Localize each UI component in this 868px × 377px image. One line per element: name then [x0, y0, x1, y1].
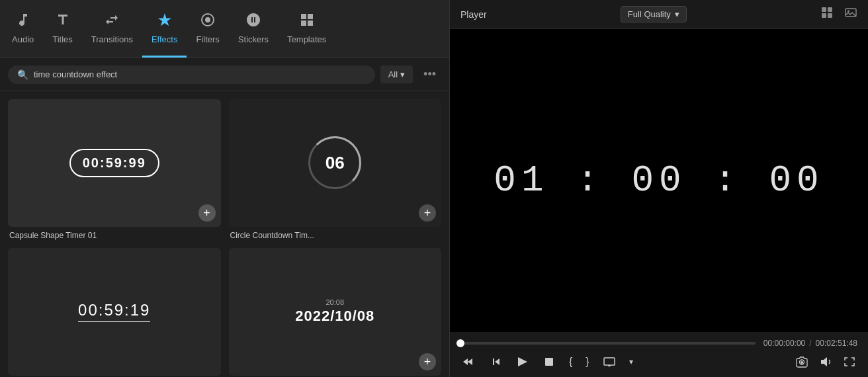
- nav-item-filters[interactable]: Filters: [187, 0, 228, 58]
- effects-grid: 00:59:99 + Capsule Shape Timer 01 06 + C…: [0, 91, 449, 377]
- volume-button[interactable]: [818, 354, 834, 370]
- animated-timer-display: 20:08 2022/10/08: [295, 298, 374, 325]
- progress-bar-row: 00:00:00:00 / 00:02:51:48: [460, 339, 857, 348]
- nav-label-stickers: Stickers: [238, 34, 269, 44]
- right-panel: Player Full Quality ▾: [450, 0, 868, 377]
- search-bar: 🔍 All ▾ •••: [0, 58, 449, 91]
- mark-in-button[interactable]: {: [568, 355, 574, 369]
- filter-dropdown[interactable]: All ▾: [380, 65, 413, 83]
- line-timer-display: 00:59:19: [78, 301, 150, 322]
- effect-card-line[interactable]: 00:59:19 Line Countdown Timer: [8, 248, 221, 377]
- effect-thumb-circle: 06 +: [229, 99, 442, 227]
- fullscreen-button[interactable]: [842, 354, 857, 370]
- effect-thumb-line: 00:59:19: [8, 248, 221, 376]
- rewind-button[interactable]: [460, 354, 476, 370]
- chevron-down-icon: ▾: [675, 9, 679, 19]
- filter-label: All: [388, 69, 398, 79]
- stickers-icon: [245, 12, 261, 30]
- svg-rect-10: [545, 358, 553, 366]
- effects-icon: [157, 12, 173, 30]
- controls-right: [794, 354, 857, 370]
- circle-arc: [308, 136, 361, 189]
- play-button[interactable]: [513, 353, 531, 370]
- capsule-timer-display: 00:59:99: [69, 149, 159, 177]
- image-icon[interactable]: [844, 6, 857, 22]
- progress-handle[interactable]: [456, 339, 464, 347]
- nav-item-transitions[interactable]: Transitions: [82, 0, 142, 58]
- nav-label-transitions: Transitions: [91, 34, 133, 44]
- nav-label-titles: Titles: [52, 34, 73, 44]
- player-header-icons: [820, 6, 857, 22]
- titles-icon: [55, 12, 71, 30]
- current-time: 00:00:00:00: [763, 339, 805, 348]
- screenshot-button[interactable]: [794, 354, 810, 370]
- svg-rect-11: [604, 358, 615, 365]
- player-label: Player: [460, 9, 487, 20]
- search-input[interactable]: [34, 69, 366, 79]
- time-display: 00:00:00:00 / 00:02:51:48: [763, 339, 857, 348]
- svg-point-9: [847, 11, 849, 13]
- chevron-down-icon: ▾: [400, 69, 405, 79]
- effect-card-animated[interactable]: 20:08 2022/10/08 + Animated Timer: [229, 248, 442, 377]
- step-back-button[interactable]: [487, 354, 503, 370]
- more-options-button[interactable]: •••: [418, 65, 441, 84]
- templates-icon: [299, 12, 315, 30]
- quality-selector[interactable]: Full Quality ▾: [621, 6, 687, 22]
- svg-rect-6: [822, 13, 826, 18]
- player-header: Player Full Quality ▾: [450, 0, 868, 29]
- quality-label: Full Quality: [628, 9, 671, 19]
- nav-label-templates: Templates: [287, 34, 326, 44]
- effect-thumb-animated: 20:08 2022/10/08 +: [229, 248, 442, 376]
- search-input-wrapper[interactable]: 🔍: [8, 65, 375, 84]
- svg-point-12: [801, 361, 803, 364]
- nav-label-audio: Audio: [12, 34, 34, 44]
- monitor-button[interactable]: [601, 354, 617, 370]
- player-time-display: 01 : 00 : 00: [494, 159, 824, 202]
- svg-rect-7: [828, 13, 832, 18]
- grid-view-icon[interactable]: [820, 6, 834, 22]
- svg-rect-5: [828, 7, 832, 12]
- total-time: 00:02:51:48: [816, 339, 857, 348]
- add-capsule-button[interactable]: +: [198, 204, 216, 222]
- player-controls: 00:00:00:00 / 00:02:51:48: [450, 332, 868, 377]
- nav-item-stickers[interactable]: Stickers: [229, 0, 278, 58]
- nav-item-effects[interactable]: Effects: [142, 0, 187, 58]
- more-label: •••: [423, 67, 436, 81]
- top-nav: Audio Titles Transitions: [0, 0, 449, 58]
- nav-item-titles[interactable]: Titles: [43, 0, 82, 58]
- effect-card-circle[interactable]: 06 + Circle Countdown Tim...: [229, 99, 442, 240]
- effect-thumb-capsule: 00:59:99 +: [8, 99, 221, 227]
- effect-card-capsule[interactable]: 00:59:99 + Capsule Shape Timer 01: [8, 99, 221, 240]
- svg-point-1: [205, 17, 210, 22]
- svg-rect-4: [822, 7, 826, 12]
- left-panel: Audio Titles Transitions: [0, 0, 450, 377]
- nav-label-filters: Filters: [196, 34, 219, 44]
- stop-button[interactable]: [541, 354, 557, 370]
- controls-row: { } ▾: [460, 353, 857, 370]
- controls-left: { } ▾: [460, 353, 634, 370]
- audio-icon: [15, 12, 31, 30]
- circle-timer-display: 06: [308, 136, 361, 189]
- transitions-icon: [104, 12, 120, 30]
- nav-label-effects: Effects: [152, 34, 178, 44]
- effect-label-capsule: Capsule Shape Timer 01: [8, 231, 221, 240]
- effect-label-circle: Circle Countdown Tim...: [229, 231, 442, 240]
- search-icon: 🔍: [17, 69, 28, 80]
- progress-bar[interactable]: [460, 342, 756, 345]
- mark-out-button[interactable]: }: [584, 355, 590, 369]
- filters-icon: [200, 12, 216, 30]
- nav-item-templates[interactable]: Templates: [278, 0, 335, 58]
- player-screen: 01 : 00 : 00: [450, 29, 868, 332]
- monitor-dropdown-button[interactable]: ▾: [628, 356, 634, 368]
- nav-item-audio[interactable]: Audio: [3, 0, 43, 58]
- add-circle-button[interactable]: +: [419, 204, 436, 222]
- add-animated-button[interactable]: +: [419, 353, 436, 370]
